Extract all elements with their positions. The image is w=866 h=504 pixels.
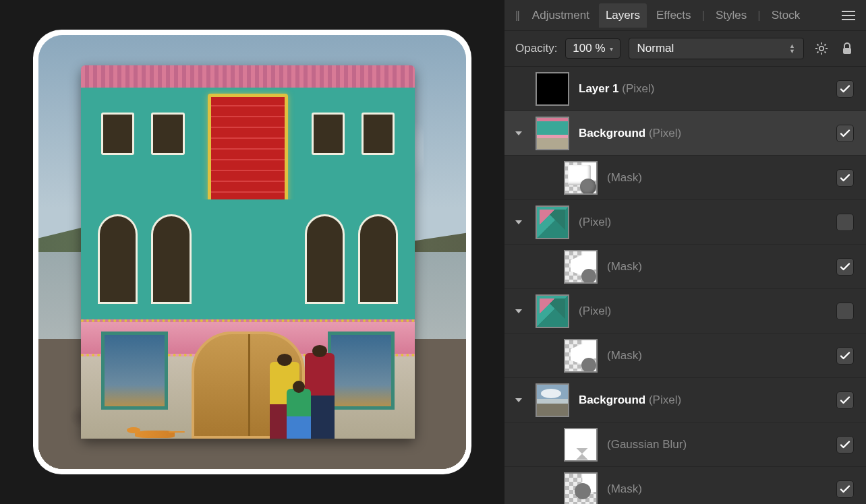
- visibility-checkbox[interactable]: [836, 303, 854, 320]
- layer-thumbnail[interactable]: [564, 339, 598, 373]
- canvas-image: [38, 35, 466, 469]
- layer-row[interactable]: (Pixel): [504, 200, 866, 245]
- layer-thumbnail[interactable]: [564, 250, 598, 284]
- layer-name[interactable]: Layer 1 (Pixel): [579, 82, 827, 96]
- visibility-checkbox[interactable]: [836, 169, 854, 187]
- layer-thumbnail[interactable]: [536, 72, 569, 106]
- stepper-icon: ▲▼: [789, 43, 795, 54]
- layer-thumbnail[interactable]: [536, 383, 569, 417]
- visibility-checkbox[interactable]: [836, 480, 854, 498]
- panel-tabs: || Adjustment Layers Effects | Styles | …: [504, 0, 866, 31]
- layer-name[interactable]: (Pixel): [579, 305, 827, 318]
- lock-icon[interactable]: [839, 40, 855, 57]
- layer-row[interactable]: (Pixel): [504, 289, 866, 334]
- layer-thumbnail[interactable]: [536, 294, 569, 328]
- visibility-checkbox[interactable]: [836, 214, 854, 231]
- layer-name[interactable]: (Pixel): [579, 216, 827, 229]
- layer-name[interactable]: (Mask): [607, 171, 827, 185]
- tab-adjustment[interactable]: Adjustment: [525, 3, 596, 28]
- tab-styles[interactable]: Styles: [709, 3, 753, 28]
- panel-menu-icon[interactable]: [838, 8, 859, 23]
- layers-panel: || Adjustment Layers Effects | Styles | …: [504, 0, 866, 504]
- layer-row[interactable]: Background (Pixel): [504, 378, 866, 422]
- visibility-checkbox[interactable]: [836, 80, 854, 98]
- opacity-label: Opacity:: [515, 42, 557, 55]
- layer-options-row: Opacity: 100 % ▾ Normal ▲▼: [504, 31, 866, 67]
- layer-name[interactable]: Background (Pixel): [579, 127, 827, 140]
- visibility-checkbox[interactable]: [836, 125, 854, 142]
- visibility-checkbox[interactable]: [836, 391, 854, 409]
- layer-row[interactable]: Layer 1 (Pixel): [504, 67, 866, 111]
- layer-thumbnail[interactable]: [536, 117, 569, 150]
- stitched-building: [81, 65, 415, 439]
- panel-drag-handle[interactable]: ||: [511, 9, 523, 22]
- canvas-frame: [33, 30, 471, 474]
- layer-row[interactable]: (Mask): [504, 245, 866, 289]
- svg-rect-1: [843, 48, 851, 54]
- layers-list[interactable]: Layer 1 (Pixel)Background (Pixel)(Mask)(…: [504, 67, 866, 504]
- layer-thumbnail[interactable]: [564, 161, 598, 195]
- caret-down-icon: ▾: [610, 45, 613, 53]
- disclosure-triangle-icon[interactable]: [511, 304, 526, 319]
- layer-row[interactable]: (Mask): [504, 156, 866, 200]
- blend-mode-select[interactable]: Normal ▲▼: [629, 38, 804, 59]
- opacity-input[interactable]: 100 % ▾: [565, 38, 620, 59]
- layer-name[interactable]: (Mask): [607, 349, 827, 363]
- tab-layers[interactable]: Layers: [599, 3, 647, 28]
- visibility-checkbox[interactable]: [836, 347, 854, 365]
- layer-thumbnail[interactable]: [536, 206, 569, 239]
- layer-thumbnail[interactable]: [564, 428, 598, 462]
- layer-name[interactable]: (Mask): [607, 260, 827, 274]
- visibility-checkbox[interactable]: [836, 258, 854, 276]
- layer-thumbnail[interactable]: [564, 472, 598, 505]
- layer-row[interactable]: Background (Pixel): [504, 111, 866, 156]
- layer-name[interactable]: Background (Pixel): [579, 393, 827, 407]
- layer-name[interactable]: (Mask): [607, 482, 827, 496]
- tab-stock[interactable]: Stock: [765, 3, 807, 28]
- gear-icon[interactable]: [812, 40, 831, 57]
- layer-row[interactable]: (Mask): [504, 467, 866, 504]
- disclosure-triangle-icon[interactable]: [511, 215, 526, 230]
- tab-effects[interactable]: Effects: [650, 3, 698, 28]
- layer-row[interactable]: (Gaussian Blur): [504, 422, 866, 467]
- canvas-area[interactable]: [0, 0, 504, 504]
- visibility-checkbox[interactable]: [836, 436, 854, 453]
- svg-point-0: [819, 46, 824, 51]
- layer-name[interactable]: (Gaussian Blur): [607, 438, 827, 451]
- disclosure-triangle-icon[interactable]: [511, 126, 526, 141]
- disclosure-triangle-icon[interactable]: [511, 393, 526, 408]
- layer-row[interactable]: (Mask): [504, 334, 866, 378]
